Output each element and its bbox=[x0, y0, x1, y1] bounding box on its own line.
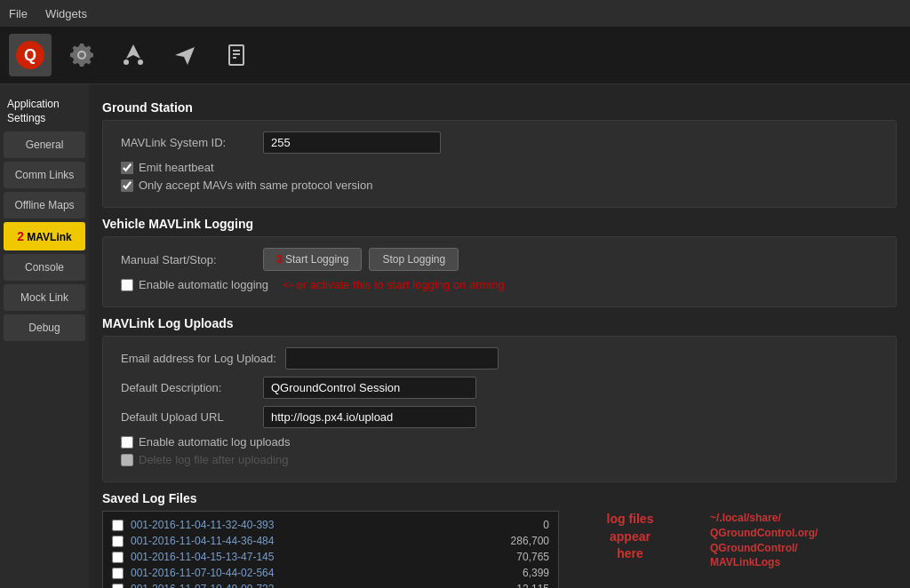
auto-logging-hint: <- or activate this to start logging on … bbox=[283, 278, 505, 291]
stop-logging-button[interactable]: Stop Logging bbox=[369, 248, 459, 271]
menu-widgets[interactable]: Widgets bbox=[45, 7, 87, 20]
vehicle-connect-icon[interactable] bbox=[112, 34, 155, 76]
default-desc-label: Default Description: bbox=[121, 381, 254, 394]
delete-log-label: Delete log file after uploading bbox=[139, 453, 288, 466]
log-row: 001-2016-11-04-11-32-40-393 0 bbox=[108, 517, 553, 533]
log-checkbox-1[interactable] bbox=[112, 536, 124, 547]
mavlink-log-uploads-title: MAVLink Log Uploads bbox=[102, 316, 897, 330]
log-appear-text: log filesappearhere bbox=[568, 511, 692, 563]
enable-auto-logging-checkbox[interactable] bbox=[121, 279, 133, 291]
only-accept-mavs-row: Only accept MAVs with same protocol vers… bbox=[121, 179, 878, 192]
enable-auto-logging-label: Enable automatic logging bbox=[139, 278, 268, 291]
sidebar-item-mavlink[interactable]: 2 MAVLink bbox=[4, 222, 85, 250]
manual-start-stop-row: Manual Start/Stop: 3 Start Logging Stop … bbox=[121, 248, 878, 271]
ground-station-title: Ground Station bbox=[102, 100, 897, 115]
svg-point-2 bbox=[124, 60, 129, 65]
only-accept-mavs-checkbox[interactable] bbox=[121, 179, 133, 192]
default-upload-url-row: Default Upload URL bbox=[121, 406, 878, 428]
only-accept-mavs-label: Only accept MAVs with same protocol vers… bbox=[139, 179, 372, 192]
log-size-0: 0 bbox=[487, 519, 549, 531]
log-filename-2: 001-2016-11-04-15-13-47-145 bbox=[131, 551, 480, 563]
content-area: Ground Station MAVLink System ID: Emit h… bbox=[89, 84, 910, 588]
sidebar-item-comm-links[interactable]: Comm Links bbox=[4, 162, 85, 188]
mavlink-system-id-input[interactable] bbox=[263, 131, 441, 154]
log-checkbox-4[interactable] bbox=[112, 584, 124, 589]
svg-point-3 bbox=[138, 60, 143, 65]
start-logging-badge: 3 bbox=[276, 253, 283, 266]
log-path-hint: ~/.local/share/QGroundControl.org/QGroun… bbox=[701, 511, 897, 588]
app-logo-icon[interactable]: Q bbox=[9, 34, 52, 76]
start-logging-label: Start Logging bbox=[285, 253, 348, 266]
sidebar: Application Settings General Comm Links … bbox=[0, 84, 89, 588]
emit-heartbeat-label: Emit heartbeat bbox=[139, 161, 214, 174]
ground-station-box: MAVLink System ID: Emit heartbeat Only a… bbox=[102, 120, 897, 208]
default-upload-url-input[interactable] bbox=[263, 406, 476, 428]
vehicle-mavlink-logging-box: Manual Start/Stop: 3 Start Logging Stop … bbox=[102, 236, 897, 307]
menu-file[interactable]: File bbox=[9, 7, 28, 20]
send-icon[interactable] bbox=[164, 34, 206, 76]
default-upload-url-label: Default Upload URL bbox=[121, 410, 254, 424]
vehicle-mavlink-logging-title: Vehicle MAVLink Logging bbox=[102, 217, 897, 231]
enable-auto-uploads-row: Enable automatic log uploads bbox=[121, 435, 878, 449]
mavlink-badge: 2 bbox=[17, 229, 24, 243]
sidebar-item-debug[interactable]: Debug bbox=[4, 314, 85, 341]
sidebar-item-mock-link[interactable]: Mock Link bbox=[4, 284, 85, 311]
mavlink-system-id-row: MAVLink System ID: bbox=[121, 131, 878, 154]
menu-bar: File Widgets bbox=[0, 0, 910, 27]
log-size-3: 6,399 bbox=[487, 567, 549, 579]
toolbar: Q bbox=[0, 27, 910, 84]
email-row: Email address for Log Upload: bbox=[121, 347, 878, 369]
delete-log-checkbox[interactable] bbox=[121, 454, 133, 466]
doc-icon[interactable] bbox=[215, 34, 258, 76]
settings-gear-icon[interactable] bbox=[60, 34, 103, 76]
logging-buttons: 3 Start Logging Stop Logging bbox=[263, 248, 459, 271]
manual-start-stop-label: Manual Start/Stop: bbox=[121, 253, 254, 266]
log-row: 001-2016-11-07-10-44-02-564 6,399 bbox=[108, 565, 553, 581]
email-input[interactable] bbox=[285, 347, 499, 369]
start-logging-button[interactable]: 3 Start Logging bbox=[263, 248, 362, 271]
log-filename-3: 001-2016-11-07-10-44-02-564 bbox=[131, 567, 480, 579]
emit-heartbeat-checkbox[interactable] bbox=[121, 162, 133, 174]
log-files-hint: log filesappearhere bbox=[568, 511, 692, 588]
log-path-text-content: ~/.local/share/QGroundControl.org/QGroun… bbox=[710, 511, 897, 570]
sidebar-item-general[interactable]: General bbox=[4, 131, 85, 158]
main-layout: Application Settings General Comm Links … bbox=[0, 84, 910, 588]
log-files-table-wrap: 001-2016-11-04-11-32-40-393 0 001-2016-1… bbox=[102, 511, 559, 588]
log-table: 001-2016-11-04-11-32-40-393 0 001-2016-1… bbox=[102, 511, 559, 588]
default-desc-input[interactable] bbox=[263, 377, 476, 399]
log-row: 001-2016-11-04-11-44-36-484 286,700 bbox=[108, 533, 553, 549]
log-row: 001-2016-11-04-15-13-47-145 70,765 bbox=[108, 549, 553, 565]
log-size-4: 12,115 bbox=[487, 583, 549, 588]
log-row: 001-2016-11-07-10-49-09-722 12,115 bbox=[108, 581, 553, 588]
default-desc-row: Default Description: bbox=[121, 377, 878, 399]
enable-auto-logging-row: Enable automatic logging <- or activate … bbox=[121, 278, 878, 291]
svg-text:Q: Q bbox=[24, 46, 36, 64]
sidebar-item-offline-maps[interactable]: Offline Maps bbox=[4, 192, 85, 219]
log-filename-0: 001-2016-11-04-11-32-40-393 bbox=[131, 519, 480, 531]
mavlink-log-uploads-box: Email address for Log Upload: Default De… bbox=[102, 336, 897, 482]
sidebar-item-console[interactable]: Console bbox=[4, 254, 85, 281]
log-checkbox-0[interactable] bbox=[112, 520, 124, 531]
sidebar-section-title: Application Settings bbox=[0, 93, 89, 130]
log-size-1: 286,700 bbox=[487, 535, 549, 547]
log-files-layout: 001-2016-11-04-11-32-40-393 0 001-2016-1… bbox=[102, 511, 897, 588]
mavlink-system-id-label: MAVLink System ID: bbox=[121, 136, 254, 149]
log-filename-1: 001-2016-11-04-11-44-36-484 bbox=[131, 535, 480, 547]
log-size-2: 70,765 bbox=[487, 551, 549, 563]
delete-log-row: Delete log file after uploading bbox=[121, 453, 878, 466]
emit-heartbeat-row: Emit heartbeat bbox=[121, 161, 878, 174]
enable-auto-uploads-label: Enable automatic log uploads bbox=[139, 435, 291, 449]
email-label: Email address for Log Upload: bbox=[121, 352, 276, 365]
log-filename-4: 001-2016-11-07-10-49-09-722 bbox=[131, 583, 480, 588]
log-checkbox-2[interactable] bbox=[112, 552, 124, 563]
enable-auto-uploads-checkbox[interactable] bbox=[121, 436, 133, 449]
saved-log-files-title: Saved Log Files bbox=[102, 491, 897, 505]
log-checkbox-3[interactable] bbox=[112, 568, 124, 579]
